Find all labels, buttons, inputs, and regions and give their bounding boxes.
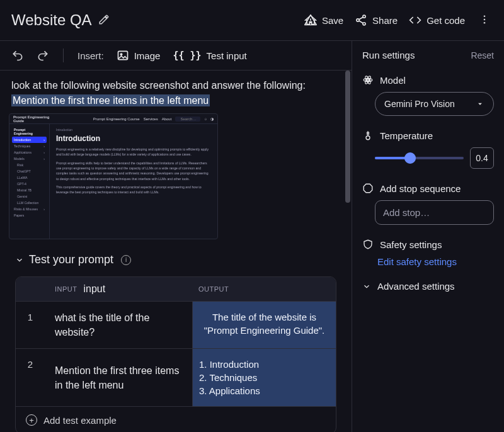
- svg-point-13: [366, 136, 370, 140]
- temperature-label: Temperature: [380, 130, 433, 141]
- emb-side-11: Risks & Misuses›: [12, 206, 47, 212]
- save-button[interactable]: Save: [304, 14, 343, 26]
- row-input[interactable]: what is the title of the website?: [45, 302, 192, 348]
- advanced-settings-toggle[interactable]: Advanced settings: [362, 281, 494, 292]
- embedded-screenshot: Prompt Engineering Guide Prompt Engineer…: [9, 113, 218, 239]
- emb-side-3: Models›: [12, 156, 47, 162]
- svg-point-4: [484, 15, 486, 17]
- test-table: INPUT input OUTPUT 1 what is the title o…: [15, 276, 336, 432]
- insert-test-input-button[interactable]: {{ }} Test input: [173, 50, 246, 61]
- svg-point-1: [363, 15, 365, 18]
- model-select[interactable]: Gemini Pro Vision: [375, 92, 494, 116]
- temperature-slider[interactable]: [375, 152, 464, 164]
- emb-brand1: Prompt Engineering: [13, 115, 49, 119]
- emb-brand2: Guide: [13, 119, 49, 123]
- separator: [63, 48, 64, 62]
- model-value: Gemini Pro Vision: [384, 99, 455, 109]
- insert-label: Insert:: [77, 50, 104, 61]
- placeholder-glyph: {{ }}: [173, 50, 201, 61]
- emb-nav-2: About: [162, 117, 172, 121]
- col-input-main: input: [84, 283, 106, 295]
- svg-point-6: [484, 21, 486, 23]
- emb-side-8: Mistral 7B: [12, 187, 47, 193]
- svg-point-9: [367, 79, 369, 81]
- more-menu-icon[interactable]: [476, 11, 493, 30]
- get-code-label: Get code: [427, 15, 465, 26]
- discord-icon: ◑: [210, 117, 214, 121]
- save-label: Save: [322, 15, 343, 26]
- header: Website QA Save Share Get code: [0, 0, 504, 40]
- temperature-icon: [362, 130, 374, 141]
- add-label: Add test example: [43, 415, 117, 426]
- col-input-small: INPUT: [55, 285, 77, 293]
- svg-point-3: [363, 23, 365, 25]
- shield-icon: [362, 239, 374, 250]
- row-output: The title of the website is "Prompt Engi…: [192, 302, 336, 348]
- table-row: 2 Mention the first three items in the l…: [16, 348, 336, 406]
- advanced-label: Advanced settings: [377, 281, 455, 292]
- insert-toolbar: Insert: Image {{ }} Test input: [0, 41, 352, 71]
- emb-heading: Introduction: [56, 134, 211, 143]
- get-code-button[interactable]: Get code: [409, 14, 465, 26]
- test-prompt-toggle[interactable]: Test your prompt i: [15, 253, 336, 266]
- emb-side-title: Prompt Engineering: [12, 127, 47, 137]
- col-output: OUTPUT: [192, 283, 336, 295]
- stop-input[interactable]: Add stop…: [375, 200, 494, 225]
- undo-icon[interactable]: [11, 49, 24, 62]
- share-label: Share: [372, 15, 398, 26]
- prompt-line-1: look at the following website screenshot…: [11, 80, 306, 91]
- edit-safety-link[interactable]: Edit safety settings: [377, 256, 494, 267]
- chevron-down-icon: [15, 256, 24, 264]
- redo-icon[interactable]: [37, 49, 49, 62]
- reset-button[interactable]: Reset: [471, 50, 494, 60]
- insert-image-label: Image: [134, 50, 161, 61]
- model-icon: [362, 74, 374, 86]
- emb-side-10: LLM Collection: [12, 200, 47, 206]
- emb-side-7: GPT-4: [12, 181, 47, 187]
- svg-point-0: [310, 22, 311, 23]
- run-settings-title: Run settings: [362, 50, 415, 60]
- emb-p1: Prompt engineering is a relatively new d…: [56, 147, 211, 157]
- chevron-down-icon: [362, 282, 371, 291]
- svg-point-2: [357, 19, 359, 21]
- row-number: 2: [16, 349, 45, 406]
- prompt-text-area[interactable]: look at the following website screenshot…: [0, 71, 352, 108]
- stop-label: Add stop sequence: [380, 183, 461, 194]
- emb-side-5: ChatGPT: [12, 168, 47, 174]
- emb-side-0: Introduction›: [12, 137, 47, 143]
- emb-side-9: Gemini: [12, 193, 47, 200]
- stop-icon: [362, 183, 374, 194]
- emb-p3: This comprehensive guide covers the theo…: [56, 185, 211, 195]
- plus-icon: +: [26, 414, 37, 426]
- svg-point-5: [484, 18, 486, 20]
- row-number: 1: [16, 302, 45, 348]
- emb-crumb: Introduction: [56, 128, 211, 132]
- insert-test-label: Test input: [207, 50, 247, 61]
- table-row: 1 what is the title of the website? The …: [16, 301, 336, 348]
- safety-label: Safety settings: [380, 239, 442, 250]
- share-button[interactable]: Share: [355, 14, 398, 26]
- emb-side-4: Risk: [12, 162, 47, 168]
- emb-side-2: Applications›: [12, 149, 47, 156]
- add-test-example-button[interactable]: + Add test example: [16, 406, 336, 432]
- info-icon[interactable]: i: [121, 255, 131, 265]
- github-icon: ○: [204, 117, 207, 121]
- slider-thumb[interactable]: [404, 152, 416, 164]
- svg-point-8: [120, 54, 122, 55]
- test-title: Test your prompt: [29, 253, 113, 266]
- row-input[interactable]: Mention the first three items in the lef…: [45, 349, 192, 406]
- temperature-value[interactable]: 0.4: [470, 147, 494, 169]
- chevron-down-icon: [476, 99, 484, 108]
- model-label: Model: [380, 75, 406, 86]
- emb-side-1: Techniques›: [12, 143, 47, 149]
- emb-side-12: Papers: [12, 212, 47, 219]
- emb-p2: Prompt engineering skills help to better…: [56, 161, 211, 181]
- page-title: Website QA: [11, 11, 92, 29]
- scrollbar-thumb[interactable]: [345, 71, 350, 203]
- emb-search: Search…: [175, 117, 200, 122]
- insert-image-button[interactable]: Image: [117, 49, 161, 62]
- emb-side-6: LLaMA: [12, 174, 47, 181]
- row-output: 1. Introduction 2. Techniques 3. Applica…: [192, 349, 336, 406]
- emb-nav-0: Prompt Engineering Course: [93, 117, 140, 121]
- edit-icon[interactable]: [98, 14, 110, 27]
